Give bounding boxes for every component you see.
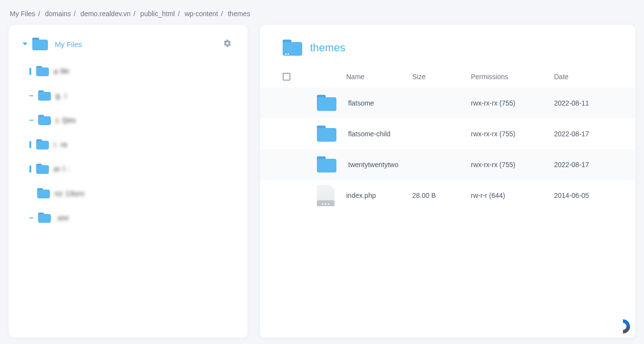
folder-icon (36, 139, 49, 150)
row-name: twentytwentytwo (348, 161, 399, 169)
breadcrumb-item[interactable]: public_html (140, 10, 175, 18)
tree-item-label: i. re (54, 141, 67, 149)
row-size: 28.00 B (412, 192, 471, 199)
folder-icon (36, 164, 49, 174)
table-row[interactable]: twentytwentytwo rwx-rx-rx (755) 2022-08-… (260, 149, 635, 180)
tree-item-label: .enr (56, 214, 69, 222)
breadcrumb-item[interactable]: wp-content (184, 10, 218, 18)
row-date: 2022-08-17 (554, 130, 613, 138)
folder-title: themes (310, 42, 345, 54)
tree-item[interactable]: a f#r (17, 59, 240, 84)
expand-marker-icon (29, 166, 31, 172)
folder-up-icon[interactable] (283, 40, 302, 56)
main-panel: themes Name Size Permissions Date flatso… (260, 25, 635, 338)
tree-item[interactable]: nz 13urc (17, 181, 240, 206)
folder-icon (317, 126, 336, 142)
folder-icon (317, 95, 336, 111)
tree-item[interactable]: L Qes (17, 108, 240, 132)
recaptcha-badge[interactable] (614, 318, 632, 335)
table-row[interactable]: flatsome-child rwx-rx-rx (755) 2022-08-1… (260, 118, 635, 149)
tree-item-label: er l : (54, 165, 70, 173)
breadcrumb-item[interactable]: domains (45, 10, 71, 18)
table-row[interactable]: index.php 28.00 B rw-r-r (644) 2014-06-0… (260, 180, 635, 211)
caret-down-icon (22, 43, 27, 45)
expand-marker-icon (29, 217, 33, 218)
row-name: index.php (346, 192, 376, 199)
expand-marker-icon (29, 95, 33, 96)
folder-icon (38, 90, 51, 101)
tree-item[interactable]: er l : (17, 157, 240, 181)
row-name: flatsome-child (348, 130, 390, 138)
expand-marker-icon (29, 68, 31, 75)
folder-icon (317, 156, 336, 173)
tree-item-label: g. i (56, 92, 67, 100)
folder-icon (37, 188, 50, 199)
col-size[interactable]: Size (412, 73, 471, 81)
tree-item[interactable]: i. re (17, 132, 240, 157)
folder-icon (36, 66, 49, 77)
folder-icon (38, 213, 51, 223)
tree-list: a f#r g. i L Qes i. re er l : (17, 59, 240, 230)
table-body: flatsome rwx-rx-rx (755) 2022-08-11 flat… (260, 87, 635, 211)
gear-icon[interactable] (223, 39, 232, 49)
breadcrumb-item[interactable]: demo.realdev.vn (81, 10, 131, 18)
breadcrumb-item[interactable]: My Files (10, 10, 35, 18)
breadcrumb: My Files/ domains/ demo.realdev.vn/ publ… (0, 0, 644, 25)
row-date: 2022-08-17 (554, 161, 613, 169)
folder-icon (32, 38, 48, 50)
table-header: Name Size Permissions Date (260, 66, 635, 87)
row-permissions: rw-r-r (644) (471, 192, 554, 199)
col-permissions[interactable]: Permissions (471, 73, 554, 81)
row-name: flatsome (348, 99, 374, 107)
tree-item[interactable]: g. i (17, 84, 240, 108)
folder-icon (38, 115, 51, 126)
tree-item-label: nz 13urc (55, 190, 85, 197)
tree-root-label: My Files (55, 40, 82, 48)
select-all-checkbox[interactable] (283, 73, 290, 81)
row-date: 2014-06-05 (554, 192, 613, 199)
tree-root[interactable]: My Files (17, 35, 240, 53)
tree-item-label: a f#r (54, 67, 70, 75)
row-date: 2022-08-11 (554, 99, 613, 107)
col-name[interactable]: Name (317, 73, 412, 81)
file-icon (317, 185, 334, 206)
expand-marker-icon (29, 120, 33, 121)
row-permissions: rwx-rx-rx (755) (471, 130, 554, 138)
tree-item-label: L Qes (56, 116, 76, 124)
expand-marker-icon (29, 141, 31, 148)
table-row[interactable]: flatsome rwx-rx-rx (755) 2022-08-11 (260, 87, 635, 118)
breadcrumb-item[interactable]: themes (228, 10, 250, 18)
col-date[interactable]: Date (554, 73, 613, 81)
sidebar-panel: My Files a f#r g. i L Qes (9, 25, 247, 338)
tree-item[interactable]: .enr (17, 206, 240, 230)
row-permissions: rwx-rx-rx (755) (471, 161, 554, 169)
row-permissions: rwx-rx-rx (755) (471, 99, 554, 107)
